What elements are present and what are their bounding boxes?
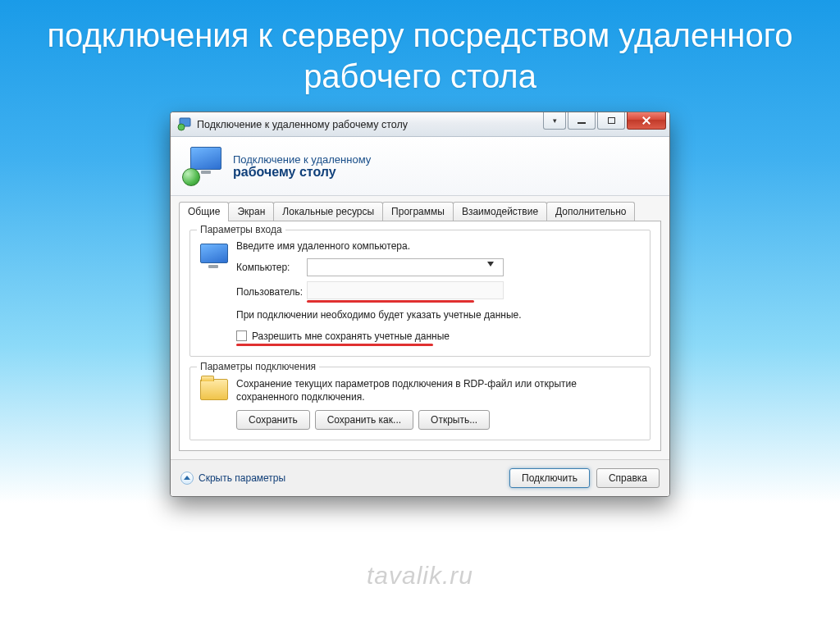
- chevron-up-icon: [180, 472, 194, 485]
- svg-point-1: [178, 124, 185, 130]
- tabsheet-general: Параметры входа Введите имя удаленного к…: [179, 221, 661, 451]
- login-instruction: Введите имя удаленного компьютера.: [236, 240, 640, 252]
- user-display: [307, 281, 504, 299]
- dialog-footer: Скрыть параметры Подключить Справка: [171, 459, 669, 496]
- window-controls: ▾: [543, 112, 669, 136]
- annotation-underline-user: [307, 300, 474, 303]
- save-button[interactable]: Сохранить: [236, 410, 310, 430]
- tab-programs[interactable]: Программы: [382, 202, 454, 221]
- label-computer: Компьютер:: [236, 262, 307, 273]
- computer-input[interactable]: [307, 258, 504, 276]
- save-credentials-label: Разрешить мне сохранять учетные данные: [252, 330, 450, 342]
- tab-local-resources[interactable]: Локальные ресурсы: [273, 202, 383, 221]
- help-button[interactable]: Справка: [596, 468, 660, 488]
- banner-text: Подключение к удаленному рабочему столу: [233, 153, 371, 180]
- open-button[interactable]: Открыть...: [418, 410, 490, 430]
- hide-options-label: Скрыть параметры: [199, 472, 285, 484]
- minimize-button[interactable]: [568, 112, 596, 130]
- dialog-body: Общие Экран Локальные ресурсы Программы …: [171, 196, 669, 459]
- folder-icon: [200, 377, 236, 405]
- rdp-app-icon: [177, 117, 192, 132]
- rdp-banner-icon: [182, 147, 221, 186]
- tab-experience[interactable]: Взаимодействие: [453, 202, 547, 221]
- titlebar: Подключение к удаленному рабочему столу …: [171, 112, 669, 137]
- rdp-dialog: Подключение к удаленному рабочему столу …: [170, 112, 670, 497]
- window-help-dropdown[interactable]: ▾: [543, 112, 566, 130]
- slide-title: подключения к серверу посредством удален…: [0, 0, 840, 105]
- group-login-legend: Параметры входа: [197, 224, 285, 235]
- row-save-credentials: Разрешить мне сохранять учетные данные: [236, 330, 640, 342]
- tabstrip: Общие Экран Локальные ресурсы Программы …: [179, 202, 661, 221]
- row-computer: Компьютер:: [236, 258, 640, 276]
- computer-icon: [200, 240, 236, 271]
- window-title: Подключение к удаленному рабочему столу: [197, 119, 408, 130]
- maximize-button[interactable]: [597, 112, 625, 130]
- banner: Подключение к удаленному рабочему столу: [171, 137, 669, 196]
- close-button[interactable]: [627, 112, 666, 130]
- connection-text: Сохранение текущих параметров подключени…: [236, 377, 640, 403]
- tab-display[interactable]: Экран: [228, 202, 274, 221]
- banner-line1: Подключение к удаленному: [233, 153, 371, 166]
- annotation-underline-checkbox: [236, 344, 433, 346]
- credentials-note: При подключении необходимо будет указать…: [236, 309, 640, 322]
- banner-line2: рабочему столу: [233, 165, 371, 180]
- label-user: Пользователь:: [236, 286, 307, 298]
- watermark: tavalik.ru: [367, 562, 473, 590]
- close-icon: [642, 116, 651, 125]
- group-connection-legend: Параметры подключения: [197, 361, 319, 372]
- group-login: Параметры входа Введите имя удаленного к…: [189, 230, 651, 357]
- tab-general[interactable]: Общие: [179, 202, 229, 221]
- connect-button[interactable]: Подключить: [509, 468, 590, 488]
- save-credentials-checkbox[interactable]: [236, 330, 247, 341]
- hide-options-link[interactable]: Скрыть параметры: [180, 472, 285, 485]
- tab-advanced[interactable]: Дополнительно: [546, 202, 635, 221]
- group-connection: Параметры подключения Сохранение текущих…: [189, 367, 651, 440]
- save-as-button[interactable]: Сохранить как...: [315, 410, 413, 430]
- row-user: Пользователь:: [236, 281, 640, 303]
